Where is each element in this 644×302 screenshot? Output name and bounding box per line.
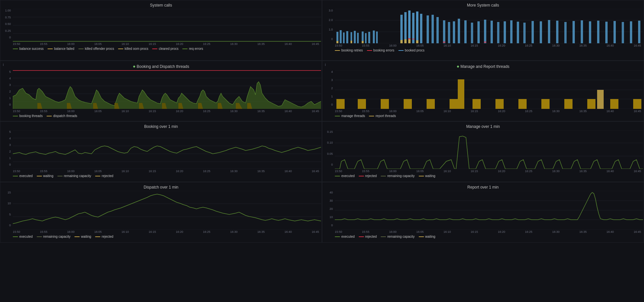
svg-rect-26 bbox=[420, 14, 422, 43]
chart-canvas-dispatch-1min bbox=[13, 191, 319, 230]
chart-canvas-report-1min bbox=[335, 191, 641, 230]
chart-area-manage-1min: 0.15 0.10 0.05 0 15:50 15:55 16:00 bbox=[325, 130, 641, 173]
legend-color-booking-retries bbox=[335, 50, 340, 51]
legend-item-booking-errors: booking errors bbox=[367, 49, 394, 52]
legend-item-remaining-report: remaining capacity bbox=[381, 235, 414, 238]
svg-rect-34 bbox=[464, 20, 467, 43]
panel-title-manage-1min: Manage over 1 min bbox=[325, 124, 641, 129]
legend-item-report-threads: report threads bbox=[369, 114, 396, 118]
svg-rect-63 bbox=[408, 39, 411, 43]
legend-color-rejected-report bbox=[359, 236, 364, 237]
chart-canvas-manage-1min bbox=[335, 130, 641, 169]
panel-info-booking-dispatch[interactable]: i bbox=[3, 63, 4, 67]
panel-info-manage-report[interactable]: i bbox=[325, 63, 326, 67]
legend-item-cleared-procs: cleared procs bbox=[152, 47, 178, 50]
legend-color-killed-oom bbox=[118, 49, 123, 49]
legend-item-killed-offender: killed offender procs bbox=[78, 47, 114, 50]
panel-booking-1min: Booking over 1 min 5 4 3 2 1 0 bbox=[0, 121, 322, 182]
svg-rect-66 bbox=[412, 39, 414, 39]
svg-rect-88 bbox=[458, 79, 464, 109]
chart-area-manage-report: 4 3 2 1 0 bbox=[325, 70, 641, 113]
chart-area-more-system-calls: 3.0 2.0 1.0 0 bbox=[325, 9, 641, 47]
chart-area-report-1min: 40 30 20 10 0 15:50 15:55 bbox=[325, 191, 641, 233]
x-axis-manage-1min: 15:50 15:55 16:00 16:05 16:10 16:15 16:2… bbox=[335, 169, 641, 173]
svg-rect-17 bbox=[365, 33, 367, 43]
legend-item-balance-failed: balance failed bbox=[48, 47, 74, 50]
svg-rect-15 bbox=[357, 33, 359, 43]
legend-color-remaining-dispatch bbox=[37, 236, 42, 237]
legend-item-remaining-manage: remaining capacity bbox=[381, 174, 414, 178]
legend-item-rejected-dispatch: rejected bbox=[95, 235, 113, 238]
svg-rect-55 bbox=[622, 22, 624, 43]
svg-rect-54 bbox=[614, 21, 616, 43]
legend-color-executed-dispatch bbox=[13, 236, 18, 237]
legend-color-booked-procs bbox=[398, 50, 404, 51]
svg-rect-31 bbox=[448, 22, 450, 43]
legend-color-balance-failed bbox=[48, 49, 53, 49]
x-axis-booking-dispatch: 15:50 15:55 16:00 16:05 16:10 16:15 16:2… bbox=[13, 109, 319, 113]
legend-color-waiting-booking bbox=[37, 176, 42, 176]
panel-dispatch-1min: Dispatch over 1 min 15 10 5 0 15:50 bbox=[0, 182, 322, 243]
legend-item-waiting-manage: waiting bbox=[419, 174, 435, 178]
legend-item-manage-threads: manage threads bbox=[335, 114, 365, 118]
y-axis-dispatch-1min: 15 10 5 0 bbox=[3, 191, 12, 227]
svg-rect-94 bbox=[597, 90, 604, 109]
svg-rect-82 bbox=[358, 99, 366, 109]
svg-rect-12 bbox=[346, 31, 348, 43]
legend-color-cleared-procs bbox=[152, 49, 157, 49]
chart-svg-report-1min bbox=[335, 191, 643, 230]
chart-svg-manage-1min bbox=[335, 130, 643, 169]
y-axis-system-calls: 1.00 0.75 0.50 0.25 0 bbox=[3, 9, 12, 39]
legend-color-remaining-report bbox=[381, 236, 386, 237]
svg-rect-41 bbox=[510, 20, 513, 43]
svg-rect-43 bbox=[523, 23, 526, 43]
svg-rect-21 bbox=[400, 15, 403, 43]
svg-rect-57 bbox=[638, 21, 640, 43]
svg-rect-19 bbox=[373, 30, 375, 43]
svg-rect-18 bbox=[368, 32, 370, 43]
legend-item-remaining-dispatch: remaining capacity bbox=[37, 235, 70, 238]
svg-rect-83 bbox=[381, 99, 389, 109]
svg-rect-93 bbox=[587, 99, 595, 109]
svg-rect-91 bbox=[541, 99, 550, 109]
svg-rect-45 bbox=[540, 21, 542, 43]
chart-svg-system-calls bbox=[13, 9, 321, 42]
legend-color-dispatch-threads bbox=[47, 116, 52, 116]
legend-item-rejected-report: rejected bbox=[359, 235, 377, 238]
legend-item-req-errors: req errors bbox=[182, 47, 203, 50]
svg-rect-51 bbox=[589, 21, 591, 43]
legend-item-waiting-report: waiting bbox=[419, 235, 435, 238]
legend-item-booking-threads: booking threads bbox=[13, 114, 43, 118]
panel-manage-report: i ● Manage and Report threads 4 3 2 1 0 bbox=[322, 61, 644, 121]
chart-area-booking-dispatch: 5 4 3 2 1 0 bbox=[3, 70, 319, 113]
legend-item-balance-success: balance success bbox=[13, 47, 44, 50]
svg-rect-56 bbox=[630, 21, 632, 43]
svg-rect-37 bbox=[484, 20, 486, 43]
svg-rect-33 bbox=[458, 19, 460, 43]
legend-color-manage-threads bbox=[335, 116, 340, 116]
legend-item-booking-retries: booking retries bbox=[335, 49, 363, 52]
y-axis-manage-1min: 0.15 0.10 0.05 0 bbox=[325, 130, 334, 166]
svg-rect-29 bbox=[436, 17, 439, 43]
dashboard-grid: System calls 1.00 0.75 0.50 0.25 0 bbox=[0, 0, 644, 302]
chart-area-system-calls: 1.00 0.75 0.50 0.25 0 15:5 bbox=[3, 9, 319, 46]
legend-dispatch-1min: executed remaining capacity waiting reje… bbox=[13, 235, 319, 238]
svg-rect-84 bbox=[404, 99, 412, 109]
legend-manage-1min: executed rejected remaining capacity wai… bbox=[335, 174, 641, 178]
y-axis-booking-dispatch: 5 4 3 2 1 0 bbox=[3, 70, 12, 106]
chart-canvas-more-system-calls bbox=[335, 9, 641, 43]
svg-rect-36 bbox=[477, 21, 480, 43]
svg-rect-92 bbox=[564, 99, 573, 109]
svg-rect-50 bbox=[581, 20, 583, 43]
legend-item-booked-procs: booked procs bbox=[398, 49, 425, 52]
green-dot-manage: ● bbox=[456, 64, 459, 69]
chart-canvas-manage-report bbox=[335, 70, 641, 109]
panel-booking-dispatch: i ● Booking and Dispatch threads 5 4 3 2… bbox=[0, 61, 322, 121]
y-axis-more-system-calls: 3.0 2.0 1.0 0 bbox=[325, 9, 334, 41]
legend-color-waiting-manage bbox=[419, 176, 424, 176]
panel-title-system-calls: System calls bbox=[3, 3, 319, 8]
svg-rect-64 bbox=[416, 40, 418, 43]
legend-color-balance-success bbox=[13, 49, 18, 49]
panel-manage-1min: Manage over 1 min 0.15 0.10 0.05 0 1 bbox=[322, 121, 644, 182]
svg-rect-86 bbox=[450, 99, 458, 109]
